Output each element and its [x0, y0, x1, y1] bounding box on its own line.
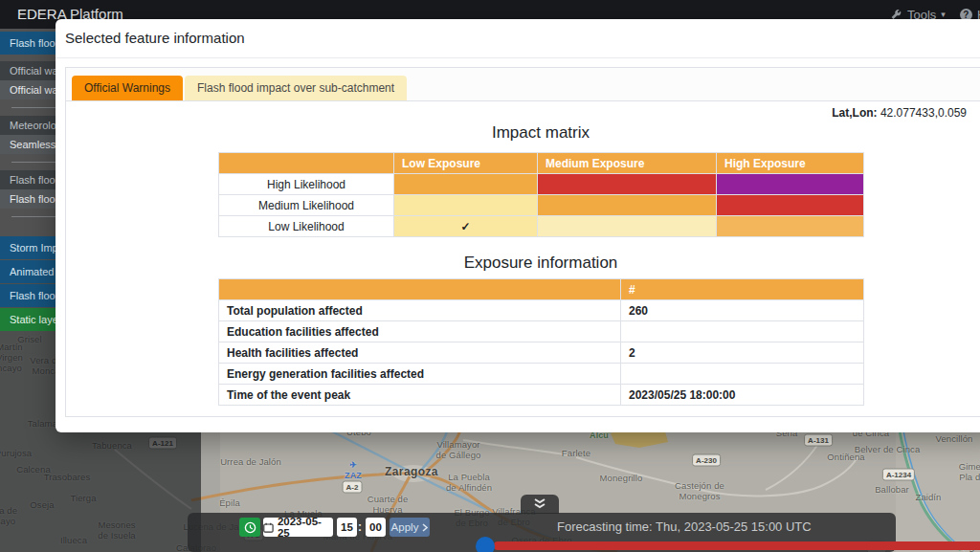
exposure-row-time-of-the-event-peak: Time of the event peak2023/05/25 18:00:0… [219, 385, 864, 406]
exposure-row-label: Time of the event peak [219, 385, 621, 406]
timeline-slider-handle[interactable] [476, 537, 495, 552]
matrix-cell [717, 195, 864, 216]
exposure-row-total-population-affected: Total population affected260 [219, 300, 864, 321]
matrix-row-high-likelihood: High Likelihood [219, 174, 864, 195]
tab-bar: Official WarningsFlash flood impact over… [66, 68, 980, 101]
matrix-cell [394, 174, 538, 195]
date-value: 2023-05-25 [278, 516, 333, 539]
exposure-row-label: Health facilities affected [219, 342, 621, 364]
road-badge-a-1234: A-1234 [882, 469, 915, 481]
map-label-castej-n-de-monegros: Castejón de Monegros [675, 481, 724, 502]
map-label-zaz: ZAZ [345, 471, 362, 480]
road-badge-a-230: A-230 [692, 454, 721, 467]
timebar-collapse-button[interactable] [521, 495, 559, 514]
time-control-bar: 2023-05-25 15 : 00 Apply Forecasting tim… [188, 513, 896, 552]
exposure-row-value: 2023/05/25 18:00:00 [621, 385, 864, 406]
exposure-row-label: Total population affected [219, 300, 621, 321]
exposure-row-value: 260 [621, 300, 864, 321]
exposure-title: Exposure information [218, 254, 863, 273]
matrix-body: High LikelihoodMedium LikelihoodLow Like… [219, 174, 864, 237]
calendar-icon [263, 522, 274, 533]
matrix-col-header-high-exposure: High Exposure [717, 153, 864, 174]
impact-matrix-table: Low ExposureMedium ExposureHigh Exposure… [218, 152, 864, 237]
modal-title: Selected feature information [65, 19, 245, 57]
exposure-row-value: 2 [621, 342, 864, 364]
map-label-la-puebla-de-alfind-n: La Puebla de Alfindén [446, 473, 492, 494]
map-label-gimen-pla-de: Gimen Pla de [959, 462, 980, 483]
matrix-cell [538, 216, 717, 237]
minute-input[interactable]: 00 [366, 518, 386, 537]
clock-icon [244, 521, 256, 534]
timeline-track[interactable] [494, 541, 980, 550]
road-badge-a-2: A-2 [343, 481, 363, 494]
forecasting-time-text: Forecasting time: Thu, 2023-05-25 15:00 … [557, 518, 812, 537]
matrix-row-medium-likelihood: Medium Likelihood [219, 195, 864, 216]
exposure-body: Total population affected260Education fa… [219, 300, 864, 406]
matrix-row-label: Low Likelihood [219, 216, 394, 237]
map-label-ballobar: Ballobar [875, 485, 909, 496]
matrix-cell [538, 195, 717, 216]
map-label-urrea-de-jal-n: Urrea de Jalón [220, 457, 281, 468]
matrix-cell [394, 195, 538, 216]
double-chevron-down-icon [532, 498, 547, 510]
tab-flash-flood-impact-over-sub-catchment[interactable]: Flash flood impact over sub-catchment [185, 76, 407, 100]
feature-info-modal: Selected feature information Official Wa… [56, 19, 980, 432]
exposure-header-row: # [219, 279, 864, 300]
exposure-header-count: # [621, 279, 864, 300]
impact-matrix-title: Impact matrix [218, 123, 863, 143]
map-label-farlete: Farlete [562, 449, 590, 459]
apply-button[interactable]: Apply [390, 518, 430, 537]
exposure-table: # Total population affected260Education … [218, 278, 864, 406]
apply-label: Apply [391, 521, 419, 533]
exposure-row-label: Energy generation facilities affected [219, 364, 621, 385]
latlon-label: Lat,Lon: [832, 106, 877, 120]
map-label-vencill-n: Vencillón [936, 434, 973, 445]
modal-card: Official WarningsFlash flood impact over… [65, 67, 980, 417]
exposure-header-blank [219, 279, 621, 300]
map-label-monegrillo: Monegrillo [600, 474, 643, 484]
matrix-row-label: High Likelihood [219, 174, 394, 195]
map-label-zaragoza: Zaragoza [385, 466, 438, 479]
exposure-row-value [621, 321, 864, 342]
map-label-pila: Épila [219, 498, 240, 509]
exposure-row-education-facilities-affected: Education facilities affected [219, 321, 864, 342]
exposure-row-energy-generation-facilities-affected: Energy generation facilities affected [219, 364, 864, 385]
modal-header: Selected feature information [56, 19, 980, 58]
exposure-row-value [621, 364, 864, 385]
matrix-row-label: Medium Likelihood [219, 195, 394, 216]
road-badge-a-131: A-131 [804, 434, 833, 447]
matrix-cell [717, 216, 864, 237]
time-colon: : [358, 518, 362, 537]
hour-input[interactable]: 15 [337, 518, 357, 537]
matrix-col-header-low-exposure: Low Exposure [394, 153, 538, 174]
matrix-row-low-likelihood: Low Likelihood✓ [219, 216, 864, 237]
latlon-value: 42.077433,0.059 [880, 106, 967, 120]
clock-button[interactable] [239, 518, 260, 537]
matrix-col-header-medium-exposure: Medium Exposure [538, 153, 717, 174]
matrix-header-row: Low ExposureMedium ExposureHigh Exposure [219, 153, 864, 174]
map-label-zaid-n: Zaidín [915, 493, 941, 503]
matrix-col-header-blank [219, 153, 394, 174]
chevron-down-icon: ▾ [941, 10, 946, 19]
map-label-onti-ena: Ontiñena [827, 453, 864, 463]
matrix-cell: ✓ [394, 216, 538, 237]
tab-official-warnings[interactable]: Official Warnings [72, 76, 183, 100]
map-label-: ✈ [349, 460, 357, 470]
chevron-right-icon [422, 523, 428, 532]
map-label-villamayor-de-g-llego: Villamayor de Gállego [436, 440, 481, 461]
date-picker[interactable]: 2023-05-25 [263, 518, 333, 537]
matrix-cell [538, 174, 717, 195]
exposure-row-health-facilities-affected: Health facilities affected2 [219, 342, 864, 364]
latlon-readout: Lat,Lon: 42.077433,0.059 [832, 106, 967, 120]
exposure-row-label: Education facilities affected [219, 321, 621, 342]
matrix-cell [717, 174, 864, 195]
